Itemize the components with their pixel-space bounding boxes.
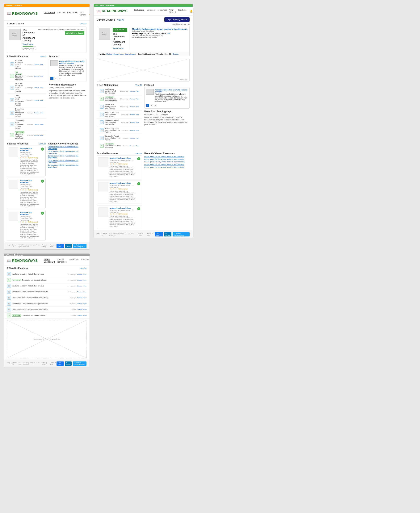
dismiss-btn[interactable]: Dismiss xyxy=(77,273,82,275)
facebook-btn[interactable]: f Like (116) xyxy=(57,244,64,248)
favorite-btn[interactable]: ♥ xyxy=(41,148,44,151)
dismiss-btn[interactable]: Dismiss xyxy=(130,137,135,139)
recently-viewed-link[interactable]: Donec quam nisl nisi, viverra metus at a… xyxy=(48,155,86,159)
dismiss-btn[interactable]: Dismiss xyxy=(77,315,82,316)
dismiss-btn[interactable]: Dismiss xyxy=(77,291,82,293)
favorite-btn[interactable]: ♥ xyxy=(41,180,44,183)
dismiss-btn[interactable]: Dismiss xyxy=(130,145,135,147)
view-btn[interactable]: View xyxy=(136,129,139,131)
dismiss-btn[interactable]: Dismiss xyxy=(34,64,39,65)
sl-next-up-link[interactable]: Module 6: Lorem ipsum dolor sit amet. xyxy=(106,53,136,55)
dismiss-btn[interactable]: Dismiss xyxy=(34,124,39,125)
view-btn[interactable]: View xyxy=(83,273,86,275)
twitter-btn[interactable]: 🐦 Follow @Readingways xyxy=(73,244,86,248)
admin-nav-schools[interactable]: Schools xyxy=(81,258,89,263)
favorite-btn[interactable]: ♥ xyxy=(137,157,140,160)
view-btn[interactable]: View xyxy=(83,309,86,311)
admin-fb-btn[interactable]: f Like (116) xyxy=(57,361,64,366)
sl-fav-viewall[interactable]: View All xyxy=(135,152,142,155)
footer-help[interactable]: Help xyxy=(7,244,10,247)
sl-nav-dashboard[interactable]: Dashboard xyxy=(134,9,144,13)
sl-nav-yourschool[interactable]: Your School xyxy=(169,9,176,13)
recently-viewed-link[interactable]: Donec quam nisl nisi, viverra metus at a… xyxy=(48,160,86,163)
sl-footer-help[interactable]: Help xyxy=(97,233,100,236)
nav-link-dashboard[interactable]: Dashboard xyxy=(44,11,55,16)
admin-footer-help[interactable]: Help xyxy=(7,362,10,365)
sl-recently-viewed-link[interactable]: Donec quam nisl nisi, viverra metus at a… xyxy=(144,158,190,160)
teacher-fav-viewall[interactable]: View All xyxy=(39,143,46,145)
sl-footer-contact[interactable]: Contact Us xyxy=(101,233,108,236)
dismiss-btn[interactable]: Dismiss xyxy=(34,75,39,77)
view-btn[interactable]: View xyxy=(83,291,86,293)
recently-viewed-link[interactable]: Donec quam nisl nisi, viverra metus at a… xyxy=(48,150,86,154)
view-btn[interactable]: View xyxy=(136,137,139,139)
view-btn[interactable]: View xyxy=(136,106,139,108)
view-btn[interactable]: View xyxy=(136,90,139,92)
page-3-btn[interactable]: 3 xyxy=(58,77,61,80)
teacher-current-course-viewall[interactable]: View All xyxy=(80,23,86,25)
nav-link-courses[interactable]: Courses xyxy=(57,11,65,16)
sl-page-1-btn[interactable]: 1 xyxy=(146,104,149,107)
view-btn[interactable]: View xyxy=(83,285,86,287)
recently-viewed-link[interactable]: Donec quam nisl nisi, viverra metus at a… xyxy=(48,146,86,150)
sl-recently-viewed-link[interactable]: Donec quam nisl nisi, viverra metus at a… xyxy=(144,166,190,168)
sl-footer-privacy[interactable]: Privacy Policy xyxy=(137,233,145,236)
dismiss-btn[interactable]: Dismiss xyxy=(77,285,82,287)
admin-nav-resources[interactable]: Resources xyxy=(69,258,79,263)
sl-tw-btn[interactable]: 🐦 Follow @Readingways xyxy=(172,232,190,237)
view-btn[interactable]: View xyxy=(136,145,139,147)
dismiss-btn[interactable]: Dismiss xyxy=(130,129,135,131)
view-btn[interactable]: View xyxy=(40,124,43,125)
admin-footer-terms[interactable]: Terms of Use xyxy=(50,362,57,365)
sl-change-link[interactable]: Change xyxy=(172,53,179,55)
page-2-btn[interactable]: 2 xyxy=(54,77,57,80)
admin-footer-privacy[interactable]: Privacy Policy xyxy=(42,362,49,365)
sl-nav-resources[interactable]: Resources xyxy=(157,9,167,13)
view-btn[interactable]: View xyxy=(40,87,43,89)
page-1-btn[interactable]: 1 xyxy=(50,77,53,80)
dismiss-btn[interactable]: Dismiss xyxy=(130,90,135,92)
dismiss-btn[interactable]: Dismiss xyxy=(77,297,82,299)
admin-li-btn[interactable]: in Follow xyxy=(65,361,72,366)
dismiss-btn[interactable]: Dismiss xyxy=(130,98,135,100)
view-btn[interactable]: View xyxy=(83,279,86,281)
sl-recently-viewed-link[interactable]: Donec quam nisl nisi, viverra metus at a… xyxy=(144,161,190,163)
view-btn[interactable]: View xyxy=(136,122,139,123)
sl-nav-courses[interactable]: Courses xyxy=(147,9,155,13)
dismiss-btn[interactable]: Dismiss xyxy=(77,279,82,281)
view-btn[interactable]: View xyxy=(136,114,139,115)
footer-terms[interactable]: Terms of Use xyxy=(50,244,57,247)
sl-notif-viewall[interactable]: View All xyxy=(135,84,142,86)
linkedin-btn[interactable]: in Follow xyxy=(65,244,72,248)
sl-footer-terms[interactable]: Terms of Use xyxy=(147,233,154,236)
sl-page-2-btn[interactable]: 2 xyxy=(150,104,153,107)
view-btn[interactable]: View xyxy=(40,64,43,65)
dismiss-btn[interactable]: Dismiss xyxy=(77,303,82,305)
dismiss-btn[interactable]: Dismiss xyxy=(130,122,135,123)
dismiss-btn[interactable]: Dismiss xyxy=(77,309,82,311)
sl-recently-viewed-link[interactable]: Donec quam nisl nisi, viverra metus at a… xyxy=(144,164,190,165)
footer-contact[interactable]: Contact Us xyxy=(12,244,17,247)
sl-view-course-link[interactable]: View Course xyxy=(113,47,124,49)
sl-fb-btn[interactable]: f Like (116) xyxy=(155,232,163,237)
dismiss-btn[interactable]: Dismiss xyxy=(34,87,39,89)
admin-notif-viewall[interactable]: View All xyxy=(80,267,86,269)
sl-page-3-btn[interactable]: 3 xyxy=(154,104,157,107)
dismiss-btn[interactable]: Dismiss xyxy=(130,114,135,115)
dismiss-btn[interactable]: Dismiss xyxy=(34,112,39,114)
dismiss-btn[interactable]: Dismiss xyxy=(34,99,39,101)
dismiss-btn[interactable]: Dismiss xyxy=(130,106,135,108)
recently-viewed-link[interactable]: Donec quam nisl nisi, viverra metus at a… xyxy=(48,164,86,168)
view-btn[interactable]: View xyxy=(40,112,43,114)
favorite-btn[interactable]: ♥ xyxy=(41,212,44,215)
favorite-btn[interactable]: ♥ xyxy=(137,182,140,185)
sl-li-btn[interactable]: in Follow xyxy=(164,232,172,237)
sl-current-courses-viewall[interactable]: View All xyxy=(117,19,124,21)
view-btn[interactable]: View xyxy=(83,297,86,299)
activity-due-btn[interactable]: Activity Due in 5 days xyxy=(65,31,84,35)
dismiss-btn[interactable]: Dismiss xyxy=(34,134,39,136)
bell-icon[interactable]: 🔔 xyxy=(89,12,90,15)
favorite-btn[interactable]: ♥ xyxy=(137,207,140,210)
sl-bell-icon[interactable]: 🔔 xyxy=(190,9,193,13)
view-btn[interactable]: View xyxy=(83,303,86,305)
